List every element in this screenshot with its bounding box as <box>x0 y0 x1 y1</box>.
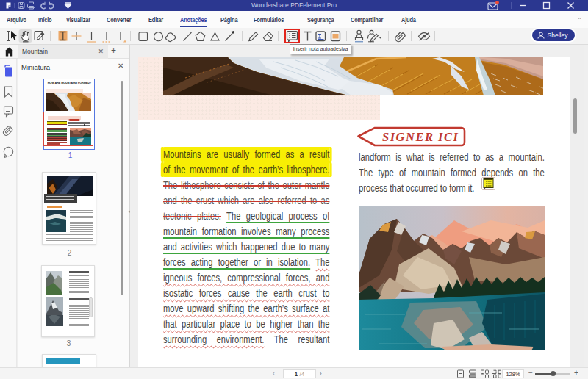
svg-text:SIGNER ICI: SIGNER ICI <box>382 130 459 144</box>
